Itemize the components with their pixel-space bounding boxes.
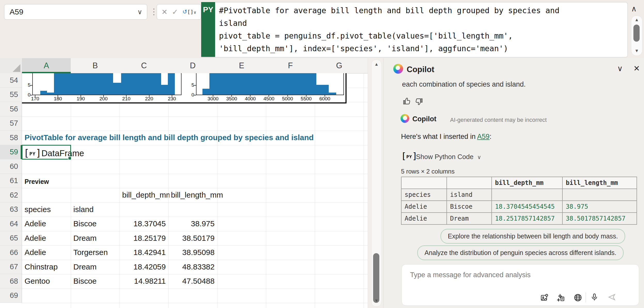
cell-A67[interactable]: Chinstrap xyxy=(25,262,58,271)
histogram-plot-1[interactable] xyxy=(32,73,182,95)
cell-B63[interactable]: island xyxy=(73,205,93,214)
row-header-63[interactable]: 63 xyxy=(0,202,22,217)
table-header-cell xyxy=(401,177,447,189)
cell-C66[interactable]: 18.42941 xyxy=(133,248,166,257)
gridline xyxy=(22,188,368,188)
suggestion-chip[interactable]: Analyze the distribution of penguin spec… xyxy=(417,245,624,260)
scroll-down-icon[interactable]: ▼ xyxy=(635,48,639,54)
icon-divider xyxy=(586,292,586,302)
send-icon[interactable] xyxy=(607,292,617,302)
column-header-E[interactable]: E xyxy=(217,58,266,73)
histogram-bar xyxy=(121,73,161,95)
chevron-down-icon: ∨ xyxy=(477,154,481,160)
cell-A65[interactable]: Adelie xyxy=(25,234,46,243)
cell-D62[interactable]: bill_length_mm xyxy=(171,191,223,199)
cell-D64[interactable]: 38.975 xyxy=(191,219,215,228)
scroll-thumb[interactable] xyxy=(633,25,640,42)
sheet-vertical-scrollbar[interactable]: ▲ ▼ xyxy=(368,58,383,308)
python-cell-badge: PY xyxy=(201,2,215,57)
formula-scrollbar[interactable]: ▲ ▼ xyxy=(631,16,642,56)
cell-B66[interactable]: Torgersen xyxy=(73,248,108,257)
collapse-formula-bar-icon[interactable]: ∧ xyxy=(631,4,637,13)
cell-D66[interactable]: 38.95098 xyxy=(182,248,215,257)
cell-B65[interactable]: Dream xyxy=(73,234,97,243)
row-header-58[interactable]: 58 xyxy=(0,131,22,145)
table-header-cell xyxy=(447,177,492,189)
gridline xyxy=(22,131,368,131)
panel-close-icon[interactable]: ✕ xyxy=(633,64,640,73)
thumbs-up-icon[interactable] xyxy=(402,96,411,106)
column-header-G[interactable]: G xyxy=(315,58,364,73)
row-header-60[interactable]: 60 xyxy=(0,159,22,174)
cell-D68[interactable]: 47.50488 xyxy=(182,277,215,286)
select-all-corner[interactable] xyxy=(0,58,22,73)
row-header-57[interactable]: 57 xyxy=(0,116,22,131)
cell-A61[interactable]: Preview xyxy=(25,178,49,185)
cell-A58[interactable]: PivotTable for average bill length and b… xyxy=(25,133,314,142)
cell-B64[interactable]: Biscoe xyxy=(73,219,97,228)
column-header-partial[interactable] xyxy=(364,58,368,73)
cell-B67[interactable]: Dream xyxy=(73,262,97,271)
column-header-B[interactable]: B xyxy=(71,58,120,73)
selected-cell-outline[interactable] xyxy=(22,145,71,160)
enter-button[interactable]: ✓ xyxy=(172,8,178,16)
cell-link[interactable]: A59 xyxy=(477,133,490,140)
cell-A63[interactable]: species xyxy=(25,205,51,214)
insert-python-button[interactable]: ↺[]∨ xyxy=(183,9,197,15)
scroll-up-icon[interactable]: ▲ xyxy=(635,17,639,22)
cell-A64[interactable]: Adelie xyxy=(25,219,46,228)
message-input[interactable] xyxy=(410,271,591,279)
row-header-65[interactable]: 65 xyxy=(0,231,22,246)
table-cell: Dream xyxy=(447,213,492,224)
gridline xyxy=(22,145,368,145)
row-header-69[interactable]: 69 xyxy=(0,289,22,303)
show-python-code-toggle[interactable]: Show Python Code ∨ xyxy=(416,153,481,161)
cancel-button[interactable]: ✕ xyxy=(161,8,167,16)
name-box-chevron-icon[interactable]: ∨ xyxy=(137,8,142,16)
formula-code[interactable]: #PivotTable for average bill length and … xyxy=(219,4,622,55)
thumbs-down-icon[interactable] xyxy=(414,97,424,106)
cell-B68[interactable]: Biscoe xyxy=(73,277,97,286)
column-header-F[interactable]: F xyxy=(266,58,315,73)
suggestion-chip[interactable]: Explore the relationship between bill le… xyxy=(441,229,625,244)
cell-D65[interactable]: 38.50179 xyxy=(182,234,215,243)
row-header-56[interactable]: 56 xyxy=(0,102,22,116)
row-header-64[interactable]: 64 xyxy=(0,217,22,231)
cell-D67[interactable]: 48.83382 xyxy=(182,262,215,271)
microphone-icon[interactable] xyxy=(590,292,599,302)
cell-A68[interactable]: Gentoo xyxy=(25,277,50,286)
web-search-icon[interactable] xyxy=(573,293,583,302)
row-header-54[interactable]: 54 xyxy=(0,73,22,88)
row-header-61[interactable]: 61 xyxy=(0,174,22,188)
panel-collapse-icon[interactable]: ∨ xyxy=(617,64,623,73)
prompt-library-icon[interactable] xyxy=(556,293,566,302)
scroll-thumb[interactable] xyxy=(373,253,379,303)
row-header-67[interactable]: 67 xyxy=(0,260,22,274)
table-header-cell: bill_depth_mm xyxy=(492,177,562,189)
name-box[interactable]: A59 ∨ xyxy=(4,4,147,20)
cell-C67[interactable]: 18.42059 xyxy=(133,262,166,271)
cell-C64[interactable]: 18.37045 xyxy=(133,219,166,228)
y-tick xyxy=(30,95,32,95)
row-header-62[interactable]: 62 xyxy=(0,188,22,202)
scroll-up-icon[interactable]: ▲ xyxy=(374,62,379,67)
scroll-track[interactable]: ▲ ▼ xyxy=(371,59,382,307)
scroll-down-icon[interactable]: ▼ xyxy=(374,298,379,303)
assistant-message-tail: each combination of species and island. xyxy=(402,80,526,88)
cell-A66[interactable]: Adelie xyxy=(25,248,46,257)
cell-C65[interactable]: 18.25179 xyxy=(133,234,166,243)
histogram-plot-2[interactable] xyxy=(196,73,344,95)
row-header-59[interactable]: 59 xyxy=(0,145,22,160)
embedded-charts-object[interactable]: 0517018019020021022023005300035004000450… xyxy=(22,73,347,103)
row-header-68[interactable]: 68 xyxy=(0,274,22,289)
cell-C62[interactable]: bill_depth_mm xyxy=(122,191,169,199)
column-header-D[interactable]: D xyxy=(168,58,217,73)
row-header-66[interactable]: 66 xyxy=(0,245,22,260)
column-header-C[interactable]: C xyxy=(120,58,169,73)
cell-C68[interactable]: 14.98211 xyxy=(134,277,166,286)
add-image-icon[interactable] xyxy=(540,293,549,302)
row-header-55[interactable]: 55 xyxy=(0,88,22,102)
x-tick-label: 4500 xyxy=(263,96,274,102)
table-cell: 18.2517857142857 xyxy=(492,213,562,224)
column-header-A[interactable]: A xyxy=(22,58,71,73)
